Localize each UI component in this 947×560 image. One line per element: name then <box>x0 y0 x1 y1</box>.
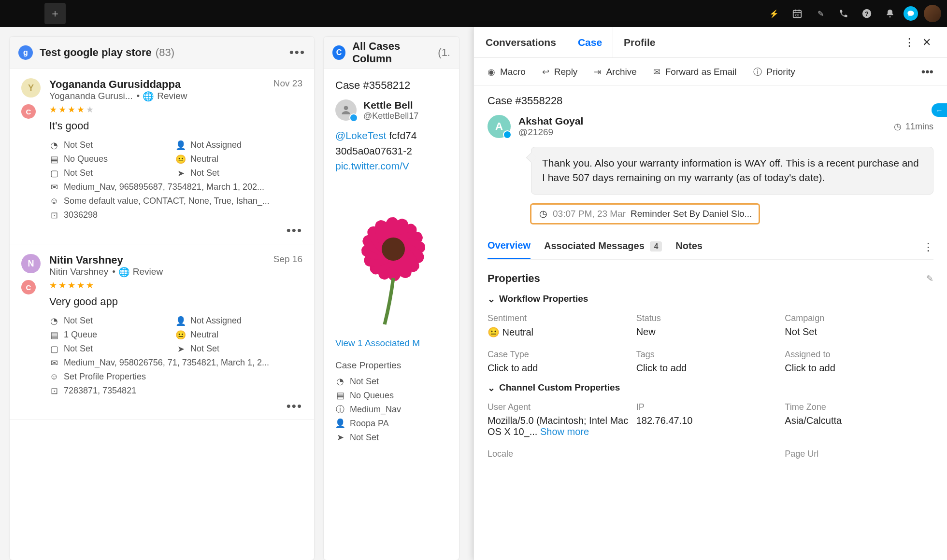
prop-value-timezone: Asia/Calcutta <box>785 415 933 426</box>
reviewer-avatar: Y <box>21 78 41 98</box>
reviewer-subname: Yogananda Gurusi... <box>49 91 133 101</box>
card-menu-button[interactable]: ••• <box>287 223 302 238</box>
collapse-panel-button[interactable]: ← <box>932 103 947 117</box>
phone-icon[interactable] <box>834 4 853 23</box>
star-rating: ★★★★★ <box>49 104 302 115</box>
subtab-notes[interactable]: Notes <box>675 240 703 258</box>
channel-badge: C <box>21 280 36 294</box>
svg-text:?: ? <box>865 10 869 17</box>
prop-value-status[interactable]: New <box>636 326 785 337</box>
case-card[interactable]: Y C Yogananda Gurusiddappa Nov 23 Yogana… <box>10 69 314 244</box>
assignee-icon: 👤 <box>335 419 345 428</box>
tweet-handle: @KettleBell17 <box>363 111 418 121</box>
user-avatar[interactable] <box>924 5 941 22</box>
associated-link[interactable]: View 1 Associated M <box>335 338 447 349</box>
reviewer-avatar: N <box>21 254 41 273</box>
prop-label: User Agent <box>488 402 636 412</box>
bolt-icon[interactable]: ⚡ <box>764 4 784 23</box>
card-type: Review <box>157 91 187 101</box>
assignee-icon: 👤 <box>176 316 186 326</box>
prop-value-assigned[interactable]: Click to add <box>785 363 933 374</box>
prop-value-campaign[interactable]: Not Set <box>785 326 933 337</box>
info-icon: ⓘ <box>335 405 345 414</box>
clock-icon: ◷ <box>893 122 903 131</box>
tab-case[interactable]: Case <box>567 27 613 57</box>
case-card[interactable]: Case #3558212 Kettle Bell @KettleBell17 … <box>324 69 459 457</box>
calendar-icon[interactable]: 08 <box>788 4 807 23</box>
case-card[interactable]: N C Nitin Varshney Sep 16 Nitin Varshney… <box>10 244 314 420</box>
forward-button[interactable]: ✉Forward as Email <box>653 67 737 77</box>
twitter-avatar <box>335 99 357 121</box>
case-icon: ⊡ <box>49 386 59 396</box>
prop-label: Page Url <box>785 449 933 459</box>
more-actions-button[interactable]: ••• <box>921 65 933 79</box>
google-icon: g <box>18 45 33 60</box>
panel-menu-button[interactable]: ⋮ <box>901 34 918 51</box>
prop-label: Tags <box>636 350 785 360</box>
archive-button[interactable]: ⇥Archive <box>594 67 636 77</box>
close-button[interactable]: ✕ <box>918 34 935 51</box>
globe-icon: 🌐 <box>143 91 153 101</box>
reply-button[interactable]: ↩Reply <box>542 67 578 77</box>
case-properties-label: Case Properties <box>335 360 447 371</box>
send-icon: ➤ <box>335 433 345 442</box>
message-time: ◷ 11mins <box>893 122 933 132</box>
chat-icon[interactable] <box>904 6 918 21</box>
edit-icon[interactable]: ✎ <box>811 4 830 23</box>
prop-value-casetype[interactable]: Click to add <box>488 363 636 374</box>
queue-icon: ▤ <box>335 391 345 400</box>
message-avatar: A <box>488 115 511 138</box>
reviewer-name: Yogananda Gurusiddappa <box>49 78 181 91</box>
prop-label: Status <box>636 313 785 323</box>
subtab-associated[interactable]: Associated Messages 4 <box>544 240 662 258</box>
edit-properties-button[interactable]: ✎ <box>926 273 933 284</box>
column-menu-button[interactable]: ••• <box>289 45 305 60</box>
queue-icon: ▤ <box>49 330 59 340</box>
macro-icon: ◉ <box>488 67 495 77</box>
prop-label: Sentiment <box>488 313 636 323</box>
show-more-button[interactable]: Show more <box>540 426 589 437</box>
forward-icon: ✉ <box>653 67 660 77</box>
bell-icon[interactable] <box>880 4 900 23</box>
subtab-menu-button[interactable]: ⋮ <box>923 241 933 258</box>
profile-icon: ☺ <box>49 196 59 206</box>
assignee-icon: 👤 <box>176 140 186 150</box>
twitter-badge-icon <box>349 113 358 122</box>
subtab-overview[interactable]: Overview <box>488 240 531 259</box>
workflow-section-toggle[interactable]: ⌄ Workflow Properties <box>488 294 933 305</box>
mail-icon: ✉ <box>49 358 59 368</box>
new-tab-button[interactable]: ＋ <box>44 3 66 24</box>
review-body: It's good <box>49 120 302 132</box>
chevron-down-icon: ⌄ <box>488 382 495 393</box>
reviewer-name: Nitin Varshney <box>49 254 123 266</box>
tab-profile[interactable]: Profile <box>613 27 666 57</box>
prop-value-tags[interactable]: Click to add <box>636 363 785 374</box>
prop-label: Campaign <box>785 313 933 323</box>
macro-button[interactable]: ◉Macro <box>488 67 526 77</box>
panel-case-id: Case #3558228 <box>488 95 933 107</box>
help-icon[interactable]: ? <box>857 4 876 23</box>
channel-section-toggle[interactable]: ⌄ Channel Custom Properties <box>488 382 933 393</box>
tab-conversations[interactable]: Conversations <box>486 27 567 57</box>
card-menu-button[interactable]: ••• <box>287 399 302 414</box>
prop-value-sentiment[interactable]: Neutral <box>488 326 636 338</box>
column-title: All Cases Column <box>352 40 434 65</box>
globe-icon: 🌐 <box>119 267 129 277</box>
tweet-image <box>335 182 447 329</box>
column-all-cases: C All Cases Column (1. Case #3558212 Ket… <box>324 37 459 560</box>
gauge-icon: ◔ <box>49 316 59 326</box>
gauge-icon: ◔ <box>335 377 345 386</box>
reminder-banner[interactable]: ◷ 03:07 PM, 23 Mar Reminder Set By Danie… <box>530 203 760 224</box>
mail-icon: ✉ <box>49 182 59 192</box>
channel-badge: C <box>21 104 36 119</box>
chevron-down-icon: ⌄ <box>488 294 495 305</box>
sentiment-icon: 😐 <box>176 330 186 340</box>
priority-button[interactable]: ⓘPriority <box>753 66 795 78</box>
cases-icon: C <box>332 45 345 60</box>
properties-heading: Properties <box>488 272 540 285</box>
svg-point-24 <box>382 238 405 261</box>
gauge-icon: ◔ <box>49 140 59 150</box>
prop-label: Assigned to <box>785 350 933 360</box>
sentiment-icon: 😐 <box>176 154 186 164</box>
card-time: Nov 23 <box>273 78 302 91</box>
